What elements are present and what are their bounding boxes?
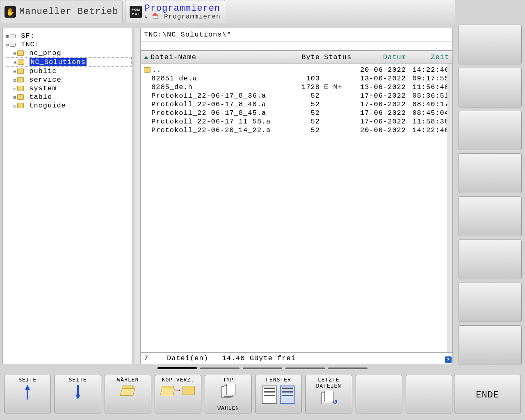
softkey-bar: SEITE SEITE WÄHLEN ☞ KOP.VERZ. → TYP WÄH… <box>0 369 525 420</box>
right-softkey-7[interactable] <box>459 283 522 322</box>
file-status <box>320 100 357 108</box>
file-name: 82851_de.a <box>151 75 197 82</box>
column-header-date[interactable]: Datum <box>357 53 406 61</box>
file-row[interactable]: Protokoll_22-06-20_14_22.a5220-06-202214… <box>143 126 452 135</box>
pgm-mgt-icon: PGMMGT <box>130 6 142 18</box>
free-space: 14.40 GByte frei <box>222 354 295 362</box>
folder-icon <box>18 58 25 66</box>
window-layout-icon <box>262 386 295 404</box>
file-time: 08:45:04 <box>406 109 449 117</box>
softkey-last-files[interactable]: LETZTE DATEIEN ↺ <box>305 375 352 413</box>
right-softkey-5[interactable] <box>459 196 522 236</box>
file-time: 08:36:51 <box>406 92 449 100</box>
right-softkey-rail <box>455 0 525 369</box>
file-name: .. <box>152 66 161 74</box>
file-status <box>320 92 357 100</box>
help-icon[interactable]: ? <box>445 356 452 363</box>
softkey-copy-dir[interactable]: KOP.VERZ. → <box>155 375 201 413</box>
sort-arrow-up-icon <box>144 56 148 59</box>
file-date: 17-06-2022 <box>357 109 406 117</box>
file-name: Protokoll_22-06-17_11_58.a <box>151 118 271 126</box>
expand-icon[interactable] <box>5 32 10 40</box>
tree-scrollbar[interactable] <box>135 28 140 364</box>
folder-icon <box>144 66 152 74</box>
drive-icon <box>10 41 16 48</box>
file-row[interactable]: 82851_de.a10313-06-202209:17:55 <box>143 74 452 83</box>
file-status <box>320 118 357 126</box>
softkey-page-down[interactable]: SEITE <box>54 375 101 413</box>
file-date: 20-06-2022 <box>357 126 406 134</box>
right-softkey-6[interactable] <box>459 240 522 279</box>
tab-prog-label: Programmieren <box>144 3 220 14</box>
tree-folder-tncguide[interactable]: tncguide <box>4 101 132 110</box>
softkey-window[interactable]: FENSTER <box>255 375 302 413</box>
softkey-page-up[interactable]: SEITE <box>4 375 51 413</box>
tab-manual-mode[interactable]: ✋ Manueller Betrieb <box>0 0 123 23</box>
right-softkey-2[interactable] <box>459 68 522 107</box>
tree-folder-nc-solutions[interactable]: NC_Solutions <box>4 57 132 67</box>
expand-icon[interactable] <box>13 102 17 110</box>
tree-folder-system[interactable]: system <box>4 84 132 93</box>
file-row[interactable]: 8285_de.h1728E M+13-06-202211:56:40 <box>143 83 452 91</box>
tree-folder-table[interactable]: table <box>4 93 132 101</box>
file-row[interactable]: Protokoll_22-06-17_11_58.a5217-06-202211… <box>143 117 452 126</box>
filter-input[interactable] <box>140 41 453 50</box>
tree-drive-sf[interactable]: SF: <box>4 32 132 40</box>
file-size: 52 <box>291 126 320 134</box>
tree-folder-service[interactable]: service <box>4 75 132 84</box>
pages-icon <box>221 384 235 399</box>
tab-programming[interactable]: PGMMGT Programmieren ↳ Programmieren <box>125 0 225 23</box>
folder-tree[interactable]: SF: TNC: nc_prog NC_Solutions public ser… <box>2 28 133 364</box>
right-softkey-8[interactable] <box>459 325 522 365</box>
expand-icon[interactable] <box>13 76 17 84</box>
file-row[interactable]: Protokoll_22-06-17_8_36.a5217-06-202208:… <box>143 91 452 100</box>
softkey-type-select[interactable]: TYP WÄHLEN <box>205 375 251 413</box>
file-name: Protokoll_22-06-17_8_36.a <box>151 92 266 100</box>
tree-folder-nc-prog[interactable]: nc_prog <box>4 49 132 57</box>
file-name: Protokoll_22-06-20_14_22.a <box>151 126 271 134</box>
file-date: 17-06-2022 <box>357 100 406 108</box>
expand-icon[interactable] <box>13 58 18 66</box>
file-size: 52 <box>291 100 320 108</box>
expand-icon[interactable] <box>13 93 17 101</box>
right-softkey-1[interactable] <box>459 25 522 64</box>
right-softkey-4[interactable] <box>459 153 522 193</box>
file-row[interactable]: Protokoll_22-06-17_8_40.a5217-06-202208:… <box>143 100 452 109</box>
folder-icon <box>17 76 25 84</box>
path-display: TNC:\NC_Solutions\* <box>140 28 453 41</box>
file-row[interactable]: Protokoll_22-06-17_8_45.a5217-06-202208:… <box>143 109 452 117</box>
file-panel: TNC:\NC_Solutions\* Datei-Name Byte Stat… <box>140 28 453 364</box>
column-header-time[interactable]: Zeit <box>406 53 449 61</box>
file-date: 13-06-2022 <box>357 75 406 82</box>
column-header-byte[interactable]: Byte <box>291 53 320 61</box>
softkey-empty[interactable] <box>356 375 402 413</box>
folder-icon <box>17 49 25 57</box>
softkey-empty[interactable] <box>406 375 452 413</box>
tree-folder-public[interactable]: public <box>4 67 132 75</box>
expand-icon[interactable] <box>13 49 17 57</box>
file-list[interactable]: ..20-06-202214:22:4682851_de.a10313-06-2… <box>140 64 453 353</box>
column-header-name[interactable]: Datei-Name <box>144 53 291 61</box>
right-softkey-3[interactable] <box>459 111 522 151</box>
column-header-status[interactable]: Status <box>320 53 357 61</box>
file-date: 17-06-2022 <box>357 118 406 126</box>
expand-icon[interactable] <box>13 84 17 92</box>
file-size: 103 <box>291 75 320 82</box>
tab-prog-sub: ↳ Programmieren <box>144 13 220 21</box>
file-time: 14:22:46 <box>406 126 449 134</box>
file-date: 17-06-2022 <box>357 92 406 100</box>
arrow-down-icon <box>75 384 81 400</box>
tree-drive-tnc[interactable]: TNC: <box>4 40 132 49</box>
file-status <box>320 126 357 134</box>
expand-icon[interactable] <box>13 67 17 75</box>
file-count: 7 <box>144 354 148 362</box>
file-time: 14:22:46 <box>406 66 449 74</box>
file-row[interactable]: ..20-06-202214:22:46 <box>143 66 452 74</box>
status-bar: 7 Datei(en) 14.40 GByte frei ? <box>140 353 453 364</box>
tab-manual-label: Manueller Betrieb <box>19 7 118 17</box>
softkey-end[interactable]: ENDE <box>454 375 521 413</box>
softkey-select[interactable]: WÄHLEN ☞ <box>105 375 151 413</box>
file-list-scrollbar[interactable] <box>447 64 452 352</box>
file-time: 08:40:17 <box>406 100 449 108</box>
expand-icon[interactable] <box>5 41 10 48</box>
